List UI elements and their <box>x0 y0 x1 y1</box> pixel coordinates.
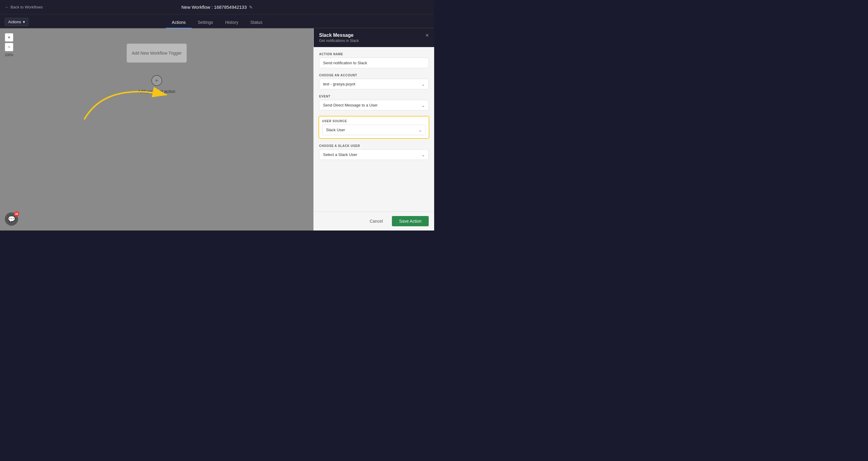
add-action-area: + Add your first action <box>138 75 176 94</box>
workflow-trigger-box[interactable]: Add New Workflow Trigger <box>126 43 187 63</box>
zoom-out-button[interactable]: − <box>5 43 13 51</box>
zoom-in-button[interactable]: + <box>5 33 13 42</box>
panel-header-content: Slack Message Get notifications in Slack <box>319 33 359 43</box>
main-area: + − 100% Add New Workflow Trigger + Add … <box>0 28 434 230</box>
back-to-workflows-link[interactable]: ← Back to Workflows <box>5 5 43 9</box>
tab-actions[interactable]: Actions <box>166 17 192 28</box>
workflow-canvas[interactable]: + − 100% Add New Workflow Trigger + Add … <box>0 28 313 230</box>
add-action-button[interactable]: + <box>151 75 162 86</box>
back-arrow-icon: ← <box>5 5 9 9</box>
user-source-label: USER SOURCE <box>322 120 426 123</box>
tab-settings[interactable]: Settings <box>192 17 219 28</box>
tab-bar: Actions ▾ Actions Settings History Statu… <box>0 14 434 28</box>
back-link-label: Back to Workflows <box>10 5 43 9</box>
plus-icon: + <box>155 77 158 84</box>
panel-footer: Cancel Save Action <box>314 211 434 230</box>
zoom-controls: + − 100% <box>5 33 13 57</box>
chat-badge: 36 <box>14 211 19 217</box>
choose-account-select[interactable]: test - grasya.puyot <box>319 79 429 89</box>
save-action-button[interactable]: Save Action <box>392 216 429 226</box>
event-field-group: EVENT Send Direct Message to a User <box>319 95 429 110</box>
workflow-title: New Workflow : 1687854942133 ✎ <box>181 4 253 10</box>
user-source-select[interactable]: Slack User <box>322 125 426 135</box>
choose-slack-user-field-group: CHOOSE A SLACK USER Select a Slack User <box>319 144 429 160</box>
chat-icon: 💬 <box>8 216 16 223</box>
choose-account-field-group: CHOOSE AN ACCOUNT test - grasya.puyot <box>319 74 429 89</box>
event-select-wrapper: Send Direct Message to a User <box>319 100 429 110</box>
choose-slack-user-label: CHOOSE A SLACK USER <box>319 144 429 147</box>
event-label: EVENT <box>319 95 429 98</box>
edit-title-icon[interactable]: ✎ <box>249 5 253 10</box>
choose-account-label: CHOOSE AN ACCOUNT <box>319 74 429 77</box>
chat-widget[interactable]: 💬 36 <box>5 212 18 226</box>
add-action-label: Add your first action <box>138 89 176 94</box>
user-source-select-wrapper: Slack User <box>322 125 426 135</box>
tab-history[interactable]: History <box>219 17 245 28</box>
top-bar: ← Back to Workflows New Workflow : 16878… <box>0 0 434 14</box>
tab-list: Actions Settings History Status <box>166 14 269 28</box>
tab-status[interactable]: Status <box>244 17 269 28</box>
event-select[interactable]: Send Direct Message to a User <box>319 100 429 110</box>
action-name-input[interactable] <box>319 58 429 68</box>
panel-body: ACTION NAME CHOOSE AN ACCOUNT test - gra… <box>314 47 434 211</box>
choose-slack-user-select-wrapper: Select a Slack User <box>319 149 429 160</box>
right-panel: Slack Message Get notifications in Slack… <box>313 28 434 230</box>
actions-dropdown[interactable]: Actions ▾ <box>5 18 28 26</box>
action-name-field-group: ACTION NAME <box>319 53 429 68</box>
zoom-level: 100% <box>5 53 13 57</box>
panel-header: Slack Message Get notifications in Slack… <box>314 28 434 47</box>
cancel-button[interactable]: Cancel <box>364 216 389 226</box>
choose-slack-user-select[interactable]: Select a Slack User <box>319 149 429 160</box>
choose-account-select-wrapper: test - grasya.puyot <box>319 79 429 89</box>
dropdown-chevron-icon: ▾ <box>23 20 25 24</box>
panel-title: Slack Message <box>319 33 359 38</box>
panel-subtitle: Get notifications in Slack <box>319 39 359 43</box>
panel-close-button[interactable]: × <box>425 33 429 38</box>
user-source-field-group: USER SOURCE Slack User <box>318 116 429 139</box>
action-name-label: ACTION NAME <box>319 53 429 56</box>
arrow-annotation <box>60 65 181 125</box>
